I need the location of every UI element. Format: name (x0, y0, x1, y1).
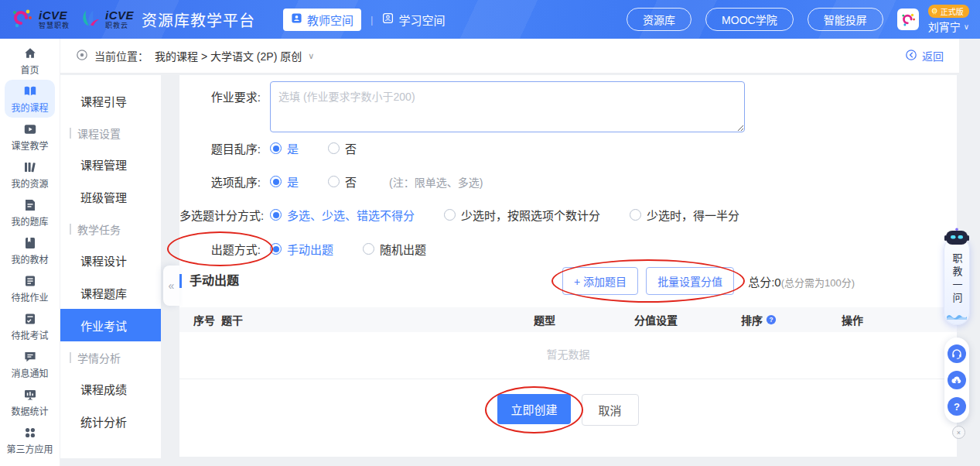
column-header-0: 序号 (193, 312, 221, 327)
icve-zhijiaoyun-logo[interactable]: iCVE职教云 (77, 6, 134, 33)
main-panel: « 作业要求: 题目乱序:是否 选项乱序:是否(注：限单选、多选) 多选题计分方… (179, 75, 957, 457)
sidebar-item-stats[interactable]: 数据统计 (5, 383, 55, 421)
logo-name: iCVE (105, 9, 134, 21)
sidebar-item-textbook[interactable]: 我的教材 (5, 231, 55, 269)
sidebar-item-label: 我的资源 (11, 176, 48, 190)
menu-section-1: 课程设置 (60, 118, 161, 148)
back-arrow-icon (905, 49, 917, 63)
location-pin-icon (76, 49, 88, 63)
multiselect-scoring-row: 多选题计分方式:多选、少选、错选不得分少选时，按照选项个数计分少选时，得一半分 (179, 207, 769, 223)
column-header-1: 题干 (221, 312, 534, 327)
menu-label: 课程引导 (80, 93, 127, 109)
teacher-space-button[interactable]: 教师空间 (283, 9, 361, 31)
field-label: 多选题计分方式: (179, 207, 261, 223)
sidebar-item-message[interactable]: 消息通知 (5, 345, 55, 383)
requirement-label: 作业要求: (179, 81, 261, 105)
user-area: 正式版 刘宵宁 ∨ (928, 5, 969, 34)
sidebar-item-resources[interactable]: 我的资源 (5, 156, 55, 194)
manual-question-section: 手动出题 + 添加题目 批量设置分值 总分:0(总分需为100分) (179, 267, 957, 295)
resources-icon (23, 160, 37, 174)
radio-option-3-1[interactable]: 随机出题 (363, 241, 426, 257)
sidebar-item-label: 首页 (20, 63, 39, 76)
radio-icon (270, 209, 282, 221)
shell-icon (77, 6, 101, 33)
sidebar-item-classroom[interactable]: 课堂教学 (5, 118, 55, 156)
sidebar-item-label: 消息通知 (11, 366, 48, 379)
menu-label: 作业考试 (80, 317, 127, 334)
sidebar-item-label: 课堂教学 (11, 139, 48, 152)
radio-option-2-0[interactable]: 多选、少选、错选不得分 (270, 207, 415, 223)
header-nav: 教师空间 | 学习空间 (283, 9, 445, 31)
requirement-textarea[interactable] (270, 81, 745, 132)
help-icon[interactable]: ? (766, 314, 777, 325)
sidebar-item-label: 待批作业 (11, 290, 48, 303)
homework-icon (23, 274, 37, 288)
menu-item-2[interactable]: 课程管理 (60, 148, 161, 180)
sidebar-item-question-bank[interactable]: 我的题库 (5, 194, 55, 231)
user-menu[interactable]: 刘宵宁 ∨ (928, 19, 969, 34)
radio-option-2-1[interactable]: 少选时，按照选项个数计分 (444, 207, 600, 223)
menu-item-3[interactable]: 班级管理 (60, 180, 161, 213)
radio-icon (270, 142, 282, 154)
svg-text:?: ? (769, 316, 773, 324)
collapse-menu-handle[interactable]: « (163, 266, 179, 306)
medal-icon (930, 8, 938, 15)
textbook-icon (23, 236, 37, 250)
header-pill-group: 资源库MOOC学院智能投屏 (627, 8, 883, 31)
batch-score-button[interactable]: 批量设置分值 (646, 267, 734, 295)
radio-icon (270, 243, 282, 255)
sidebar-item-homework[interactable]: 待批作业 (5, 269, 55, 307)
assistant-widget[interactable]: 职教一问 (943, 228, 971, 325)
logo-sub: 智慧职教 (39, 22, 70, 29)
menu-item-7[interactable]: 作业考试 (60, 309, 161, 341)
total-score-hint: (总分需为100分) (781, 277, 855, 289)
wave-icon (947, 309, 967, 323)
sidebar-item-exam[interactable]: 待批考试 (5, 307, 55, 345)
field-note: (注：限单选、多选) (389, 174, 483, 190)
teacher-space-label: 教师空间 (307, 12, 353, 28)
close-icon[interactable]: × (952, 426, 965, 439)
primary-sidebar: 首页我的课程课堂教学我的资源我的题库我的教材待批作业待批考试消息通知数据统计第三… (0, 39, 60, 466)
cancel-button[interactable]: 取消 (582, 394, 639, 426)
header-pill-0[interactable]: 资源库 (627, 8, 691, 31)
menu-item-9[interactable]: 课程成绩 (60, 372, 161, 405)
header-pill-2[interactable]: 智能投屏 (808, 8, 883, 31)
radio-option-2-2[interactable]: 少选时，得一半分 (630, 207, 739, 223)
cloud-download-icon[interactable] (948, 371, 966, 389)
customer-service-icon[interactable] (948, 344, 966, 363)
menu-item-0[interactable]: 课程引导 (60, 84, 161, 117)
menu-item-6[interactable]: 课程题库 (60, 276, 161, 309)
nav-divider: | (370, 14, 373, 26)
radio-option-0-0[interactable]: 是 (270, 140, 299, 156)
menu-label: 课程管理 (80, 156, 127, 173)
course-switch-caret[interactable]: ∨ (308, 51, 314, 61)
radio-label: 多选、少选、错选不得分 (287, 207, 415, 223)
header-right: 资源库MOOC学院智能投屏 正式版 刘宵宁 ∨ (627, 5, 980, 34)
sidebar-item-courses[interactable]: 我的课程 (5, 80, 55, 118)
submit-button[interactable]: 立即创建 (497, 394, 570, 424)
sidebar-item-home[interactable]: 首页 (5, 42, 55, 80)
floating-toolbar: ? (944, 338, 969, 423)
menu-item-5[interactable]: 课程设计 (60, 244, 161, 276)
menu-section-4: 教学任务 (60, 214, 161, 244)
learning-space-button[interactable]: 学习空间 (382, 12, 445, 28)
radio-option-1-0[interactable]: 是 (270, 173, 299, 190)
sidebar-item-apps[interactable]: 第三方应用 (5, 421, 55, 459)
avatar[interactable] (897, 9, 919, 30)
radio-option-3-0[interactable]: 手动出题 (270, 241, 333, 257)
learning-space-icon (382, 12, 394, 26)
icve-zhihuizhijiao-logo[interactable]: iCVE智慧职教 (9, 5, 70, 33)
menu-label: 课程设计 (80, 252, 127, 269)
help-icon[interactable]: ? (948, 397, 966, 416)
radio-option-1-1[interactable]: 否 (328, 173, 357, 190)
back-button[interactable]: 返回 (905, 48, 944, 63)
learning-space-label: 学习空间 (398, 12, 445, 28)
add-question-button[interactable]: + 添加题目 (562, 267, 638, 295)
menu-item-10[interactable]: 统计分析 (60, 405, 161, 437)
header-pill-1[interactable]: MOOC学院 (705, 8, 794, 31)
sidebar-item-label: 我的课程 (11, 101, 48, 114)
radio-option-0-1[interactable]: 否 (328, 140, 357, 156)
menu-label: 学情分析 (77, 350, 121, 365)
breadcrumb: 当前位置： 我的课程 > 大学语文 (2P) 原创 ∨ 返回 (60, 39, 959, 74)
question-table-header: 序号题干题型分值设置排序?操作 (179, 307, 957, 332)
